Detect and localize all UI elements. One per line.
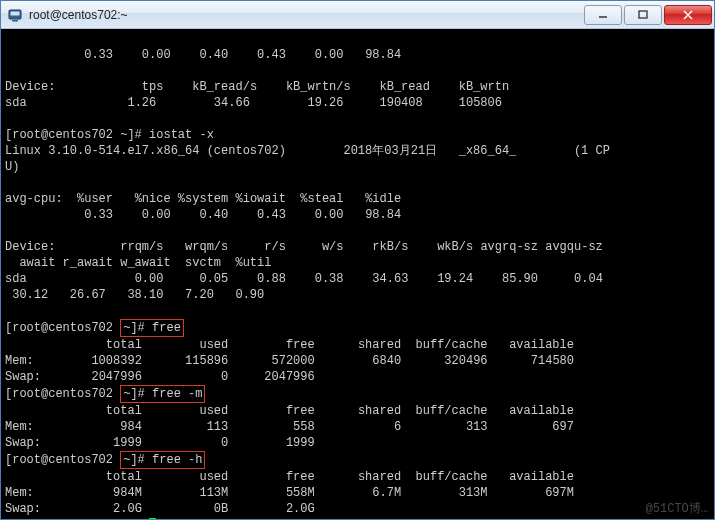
close-icon	[683, 10, 693, 20]
watermark: @51CTO博…	[646, 501, 708, 517]
dev2-row1: sda 0.00 0.05 0.88 0.38 34.63 19.24 85.9…	[5, 272, 603, 286]
prompt-free-h: [root@centos702 ~]# free -h	[5, 453, 205, 467]
svg-rect-1	[11, 11, 20, 15]
minimize-icon	[598, 10, 608, 20]
avgcpu-row: 0.33 0.00 0.40 0.43 0.00 98.84	[5, 48, 401, 62]
free-header: total used free shared buff/cache availa…	[5, 338, 574, 352]
prompt-iostat: [root@centos702 ~]# iostat -x	[5, 128, 214, 142]
svg-rect-2	[12, 20, 18, 22]
maximize-button[interactable]	[624, 5, 662, 25]
freem-header: total used free shared buff/cache availa…	[5, 404, 574, 418]
window-title: root@centos702:~	[29, 8, 582, 22]
linux-line2: U)	[5, 160, 19, 174]
final-prompt: [root@centos702 ~]#	[5, 518, 156, 519]
maximize-icon	[638, 10, 648, 20]
linux-line: Linux 3.10.0-514.el7.x86_64 (centos702) …	[5, 144, 610, 158]
free3-swap: Swap: 2.0G 0B 2.0G	[5, 502, 315, 516]
prompt-free: [root@centos702 ~]# free	[5, 321, 184, 335]
dev2-header1: Device: rrqm/s wrqm/s r/s w/s rkB/s wkB/…	[5, 240, 603, 254]
free2-mem: Mem: 984 113 558 6 313 697	[5, 420, 574, 434]
freeh-header: total used free shared buff/cache availa…	[5, 470, 574, 484]
avgcpu-row2: 0.33 0.00 0.40 0.43 0.00 98.84	[5, 208, 401, 222]
putty-icon	[7, 7, 23, 23]
titlebar[interactable]: root@centos702:~	[1, 1, 714, 29]
prompt-free-m: [root@centos702 ~]# free -m	[5, 387, 205, 401]
highlight-free-m: ~]# free -m	[120, 385, 205, 403]
close-button[interactable]	[664, 5, 712, 25]
window-buttons	[582, 5, 712, 25]
cursor	[149, 518, 156, 519]
highlight-free: ~]# free	[120, 319, 184, 337]
free3-mem: Mem: 984M 113M 558M 6.7M 313M 697M	[5, 486, 574, 500]
free1-swap: Swap: 2047996 0 2047996	[5, 370, 315, 384]
minimize-button[interactable]	[584, 5, 622, 25]
app-window: root@centos702:~ 0.33 0.00 0.40 0.43 0.0…	[0, 0, 715, 520]
terminal[interactable]: 0.33 0.00 0.40 0.43 0.00 98.84 Device: t…	[1, 29, 714, 519]
free1-mem: Mem: 1008392 115896 572000 6840 320496 7…	[5, 354, 574, 368]
dev1-header: Device: tps kB_read/s kB_wrtn/s kB_read …	[5, 80, 509, 94]
avgcpu-header: avg-cpu: %user %nice %system %iowait %st…	[5, 192, 401, 206]
highlight-free-h: ~]# free -h	[120, 451, 205, 469]
free2-swap: Swap: 1999 0 1999	[5, 436, 315, 450]
dev2-row2: 30.12 26.67 38.10 7.20 0.90	[5, 288, 264, 302]
dev2-header2: await r_await w_await svctm %util	[5, 256, 271, 270]
svg-rect-4	[639, 11, 647, 18]
dev1-row: sda 1.26 34.66 19.26 190408 105806	[5, 96, 502, 110]
